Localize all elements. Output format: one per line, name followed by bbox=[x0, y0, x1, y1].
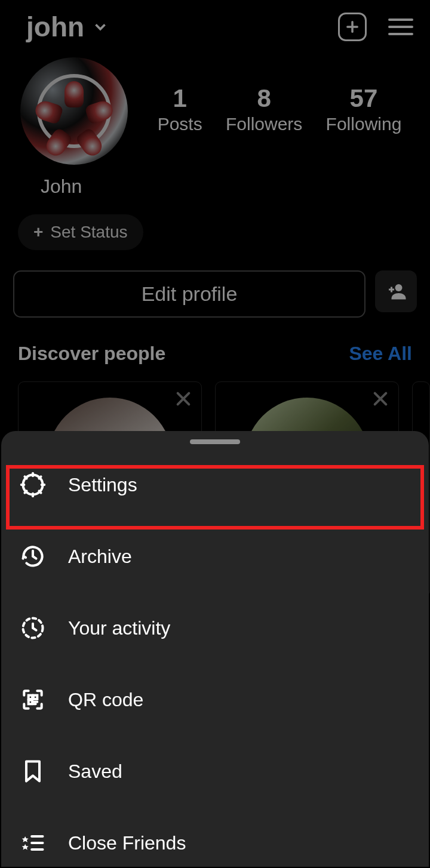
stats-posts[interactable]: 1 Posts bbox=[158, 84, 202, 134]
sheet-item-label: Your activity bbox=[68, 617, 170, 639]
sheet-item-activity[interactable]: Your activity bbox=[1, 592, 429, 664]
set-status-button[interactable]: + Set Status bbox=[18, 214, 143, 250]
edit-profile-button[interactable]: Edit profile bbox=[13, 270, 366, 318]
display-name: John bbox=[41, 176, 430, 198]
create-button[interactable] bbox=[338, 13, 367, 41]
posts-label: Posts bbox=[158, 114, 202, 134]
svg-point-2 bbox=[395, 284, 403, 291]
svg-line-15 bbox=[24, 491, 26, 493]
followers-label: Followers bbox=[226, 114, 302, 134]
sheet-item-qr-code[interactable]: QR code bbox=[1, 664, 429, 735]
sheet-item-label: Settings bbox=[68, 474, 137, 496]
dismiss-button[interactable] bbox=[371, 389, 390, 411]
avatar[interactable] bbox=[20, 57, 128, 165]
profile-header: john bbox=[0, 0, 430, 54]
sheet-item-label: QR code bbox=[68, 689, 143, 711]
svg-line-14 bbox=[39, 476, 41, 478]
svg-line-13 bbox=[39, 491, 41, 493]
sheet-grabber[interactable] bbox=[190, 439, 240, 444]
svg-rect-18 bbox=[33, 695, 37, 699]
activity-icon bbox=[20, 615, 46, 641]
sheet-item-settings[interactable]: Settings bbox=[1, 449, 429, 521]
gear-icon bbox=[20, 472, 46, 498]
star-list-icon bbox=[20, 830, 46, 856]
clock-history-icon bbox=[20, 543, 46, 570]
add-person-icon bbox=[385, 281, 407, 302]
discover-people-button[interactable] bbox=[375, 270, 417, 312]
stats-followers[interactable]: 8 Followers bbox=[226, 84, 302, 134]
account-switcher[interactable]: john bbox=[26, 11, 109, 43]
sheet-item-label: Archive bbox=[68, 546, 132, 568]
following-count: 57 bbox=[326, 84, 402, 113]
close-icon bbox=[371, 389, 390, 408]
svg-rect-19 bbox=[29, 700, 32, 704]
sheet-item-label: Saved bbox=[68, 761, 122, 783]
sheet-item-saved[interactable]: Saved bbox=[1, 735, 429, 807]
sheet-item-label: Close Friends bbox=[68, 832, 186, 854]
action-sheet: Settings Archive Your activity bbox=[1, 431, 429, 867]
bookmark-icon bbox=[20, 758, 46, 784]
profile-summary: 1 Posts 8 Followers 57 Following bbox=[0, 54, 430, 165]
followers-count: 8 bbox=[226, 84, 302, 113]
menu-button[interactable] bbox=[388, 19, 413, 35]
plus-small-icon: + bbox=[33, 223, 43, 242]
svg-rect-17 bbox=[29, 695, 32, 699]
stats-following[interactable]: 57 Following bbox=[326, 84, 402, 134]
following-label: Following bbox=[326, 114, 402, 134]
dismiss-button[interactable] bbox=[174, 389, 193, 411]
posts-count: 1 bbox=[158, 84, 202, 113]
edit-profile-label: Edit profile bbox=[142, 282, 238, 305]
discover-label: Discover people bbox=[18, 343, 165, 365]
qr-icon bbox=[20, 687, 46, 713]
set-status-label: Set Status bbox=[50, 223, 127, 242]
username: john bbox=[26, 11, 84, 43]
svg-line-12 bbox=[24, 476, 26, 478]
close-icon bbox=[174, 389, 193, 408]
sheet-item-archive[interactable]: Archive bbox=[1, 521, 429, 592]
plus-icon bbox=[344, 19, 361, 35]
sheet-item-close-friends[interactable]: Close Friends bbox=[1, 807, 429, 867]
see-all-link[interactable]: See All bbox=[349, 343, 412, 365]
chevron-down-icon bbox=[91, 18, 109, 36]
